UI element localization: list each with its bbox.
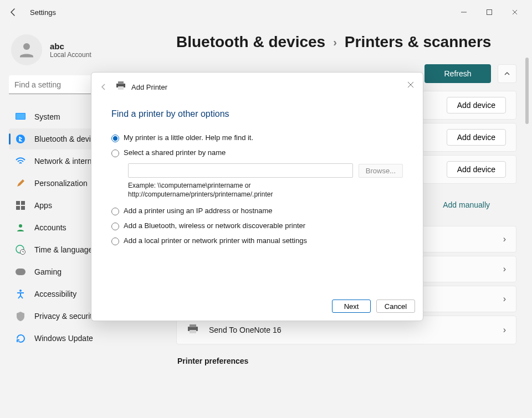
close-icon: [407, 81, 414, 88]
option-shared-printer[interactable]: Select a shared printer by name: [111, 148, 403, 157]
dialog-back-button[interactable]: [97, 80, 110, 94]
radio-local-printer[interactable]: [111, 238, 119, 245]
browse-button[interactable]: Browse...: [359, 164, 403, 178]
svg-rect-19: [118, 86, 124, 90]
shared-printer-path-input[interactable]: [128, 163, 353, 178]
radio-shared-printer[interactable]: [111, 149, 119, 157]
svg-rect-18: [118, 81, 124, 84]
radio-ip-printer[interactable]: [111, 208, 119, 215]
printer-icon: [116, 81, 126, 92]
dialog-title: Add Printer: [131, 83, 167, 91]
dialog-heading: Find a printer by other options: [111, 109, 403, 119]
option-ip-printer[interactable]: Add a printer using an IP address or hos…: [111, 207, 403, 215]
option-local-printer[interactable]: Add a local printer or network printer w…: [111, 236, 403, 245]
radio-older-printer[interactable]: [111, 135, 119, 142]
dialog-close-button[interactable]: [403, 77, 418, 92]
back-arrow-icon: [100, 83, 108, 91]
option-bluetooth-printer[interactable]: Add a Bluetooth, wireless or network dis…: [111, 221, 403, 230]
dialog-overlay: Add Printer Find a printer by other opti…: [0, 0, 532, 418]
radio-bluetooth-printer[interactable]: [111, 223, 119, 230]
option-older-printer[interactable]: My printer is a little older. Help me fi…: [111, 133, 403, 142]
next-button[interactable]: Next: [332, 300, 371, 313]
example-text: Example: \\computername\printername or h…: [128, 181, 361, 199]
add-printer-dialog: Add Printer Find a printer by other opti…: [91, 72, 423, 321]
cancel-button[interactable]: Cancel: [376, 300, 415, 313]
